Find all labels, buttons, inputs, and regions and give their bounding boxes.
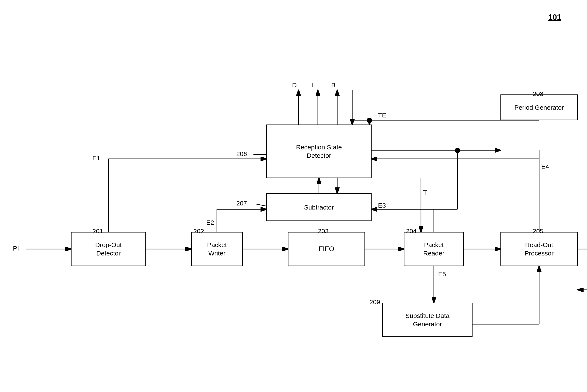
readout-processor-block: Read-Out Processor	[500, 232, 578, 266]
ref-206: 206	[236, 150, 247, 158]
svg-point-19	[455, 148, 460, 153]
d-label: D	[292, 82, 297, 89]
svg-line-39	[256, 204, 266, 206]
diagram: 101	[0, 0, 587, 392]
ref-201: 201	[92, 228, 103, 235]
b-label: B	[331, 82, 335, 89]
dropout-detector-block: Drop-Out Detector	[71, 232, 146, 266]
subtractor-block: Subtractor	[266, 193, 372, 221]
te-label: TE	[378, 112, 386, 119]
packet-writer-block: Packet Writer	[191, 232, 243, 266]
svg-point-30	[367, 118, 372, 123]
e1-label: E1	[92, 154, 100, 162]
e4-label: E4	[541, 163, 549, 170]
fifo-block: FIFO	[288, 232, 365, 266]
t-label: T	[423, 189, 427, 196]
substitute-data-generator-block: Substitute Data Generator	[382, 303, 472, 337]
e2-label: E2	[206, 219, 214, 226]
ref-208: 208	[533, 90, 543, 98]
ref-209: 209	[369, 298, 380, 306]
period-generator-block: Period Generator	[500, 94, 578, 120]
figure-ref: 101	[548, 13, 561, 22]
ref-203: 203	[318, 228, 329, 235]
reception-state-detector-block: Reception State Detector	[266, 124, 372, 178]
ref-205: 205	[533, 228, 543, 235]
ref-202: 202	[193, 228, 204, 235]
pi-label: PI	[13, 245, 19, 252]
e5-label: E5	[438, 270, 446, 278]
packet-reader-block: Packet Reader	[404, 232, 464, 266]
ref-204: 204	[406, 228, 417, 235]
ref-207: 207	[236, 200, 247, 207]
e3-label: E3	[378, 202, 386, 209]
i-label: I	[312, 82, 314, 89]
